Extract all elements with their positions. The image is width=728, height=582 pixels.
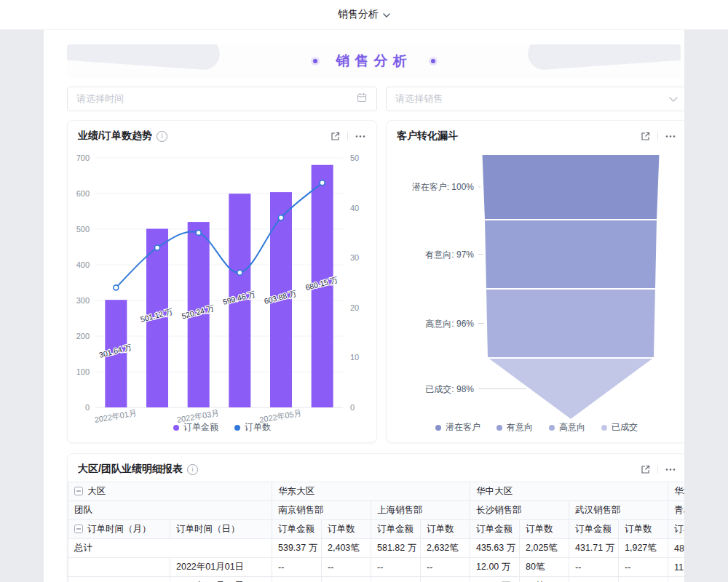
day-cell: 2022年01月02日 (170, 577, 272, 582)
divider (347, 132, 348, 140)
line-point[interactable] (196, 230, 201, 235)
data-cell: 22.05 万 (470, 577, 520, 582)
y-left-tick: 100 (76, 367, 90, 376)
data-cell: -- (272, 577, 322, 582)
region-header-cell: 华中大区 (470, 482, 668, 501)
funnel-segment[interactable] (482, 154, 660, 220)
chevron-down-icon (669, 92, 678, 105)
funnel-segment[interactable] (484, 220, 657, 289)
line-point[interactable] (114, 285, 119, 290)
data-cell: 12.00 万 (470, 558, 520, 577)
corner-team-cell: 团队 (68, 501, 272, 520)
export-icon[interactable] (640, 131, 651, 142)
data-cell: -- (322, 577, 371, 582)
funnel-stage-label: 已成交: 98% (425, 384, 474, 394)
calendar-icon (356, 92, 368, 106)
report-card-title: 大区/团队业绩明细报表 (78, 463, 183, 476)
legend-label: 高意向 (559, 421, 585, 434)
data-cell: -- (619, 577, 668, 582)
trend-combo-chart: 010020030040050060070001020304050301.64 … (68, 147, 378, 425)
funnel-card-title: 客户转化漏斗 (397, 129, 458, 143)
pivot-table: 大区华东大区华中大区华北大区团队南京销售部上海销售部长沙销售部武汉销售部青岛销售… (68, 482, 684, 582)
sales-filter-select[interactable]: 请选择销售 (386, 87, 684, 111)
metric-header-cell: 订单金额 (272, 520, 322, 539)
legend-item[interactable]: 订单金额 (173, 421, 218, 434)
collapse-icon[interactable] (74, 487, 83, 495)
legend-item[interactable]: 高意向 (549, 421, 585, 434)
legend-label: 有意向 (507, 421, 533, 434)
funnel-segment[interactable] (486, 289, 656, 358)
legend-item[interactable]: 有意向 (496, 421, 533, 434)
trend-card-header: 业绩/订单数趋势 i (68, 121, 376, 144)
more-icon[interactable] (355, 131, 366, 142)
data-cell: 80笔 (520, 558, 569, 577)
team-header-cell: 青岛销售部 (668, 501, 685, 520)
time-filter-input[interactable]: 请选择时间 (67, 87, 377, 111)
banner-dot-left (313, 59, 317, 63)
region-header-cell: 华北大区 (668, 482, 685, 501)
month-header-cell: 订单时间（月） (68, 520, 170, 539)
info-icon[interactable]: i (157, 131, 167, 142)
metric-header-cell: 订单金额 (470, 520, 520, 539)
chevron-down-icon (383, 9, 390, 20)
y-left-tick: 600 (76, 189, 90, 198)
more-icon[interactable] (665, 464, 676, 475)
data-cell: -- (569, 558, 619, 577)
time-filter-placeholder: 请选择时间 (76, 92, 124, 105)
data-cell: 90笔 (520, 577, 569, 582)
legend-item[interactable]: 潜在客户 (435, 421, 480, 434)
legend-dot (435, 425, 441, 431)
legend-dot (496, 425, 502, 431)
data-cell: -- (272, 558, 322, 577)
info-icon[interactable]: i (187, 464, 198, 475)
more-icon[interactable] (665, 131, 676, 142)
legend-item[interactable]: 已成交 (601, 421, 638, 434)
report-table: 大区华东大区华中大区华北大区团队南京销售部上海销售部长沙销售部武汉销售部青岛销售… (68, 482, 684, 582)
data-cell: 1,927笔 (619, 539, 668, 558)
trend-legend: 订单金额订单数 (68, 421, 376, 434)
data-cell: 431.71 万 (569, 539, 619, 558)
line-point[interactable] (320, 180, 325, 186)
y-left-tick: 0 (85, 403, 90, 412)
data-cell: 435.63 万 (470, 539, 520, 558)
export-icon[interactable] (640, 464, 651, 475)
trend-card-title: 业绩/订单数趋势 (78, 129, 152, 143)
legend-label: 潜在客户 (446, 421, 480, 434)
export-icon[interactable] (330, 131, 341, 142)
report-card: 大区/团队业绩明细报表 i 大区华东大区华中大区华北大区团队南京销售部上海销售部… (67, 453, 684, 582)
page-switcher-label: 销售分析 (338, 8, 379, 21)
line-point[interactable] (237, 270, 242, 275)
funnel-stage-label: 潜在客户: 100% (412, 182, 475, 192)
y-right-tick: 50 (350, 154, 359, 162)
month-cell (68, 558, 170, 577)
legend-label: 订单数 (245, 421, 271, 434)
day-cell: 2022年01月01日 (170, 558, 272, 577)
data-cell: 2,025笔 (520, 539, 569, 558)
sales-filter-placeholder: 请选择销售 (395, 92, 443, 105)
data-cell: -- (371, 558, 421, 577)
metric-header-cell: 订单金额 (668, 520, 685, 539)
data-cell (668, 577, 685, 582)
data-cell: 581.82 万 (371, 539, 421, 558)
funnel-stage-label: 高意向: 96% (425, 319, 474, 329)
metric-header-cell: 订单数 (520, 520, 569, 539)
collapse-icon[interactable] (74, 525, 83, 533)
data-cell: -- (421, 577, 470, 582)
team-header-cell: 长沙销售部 (470, 501, 569, 520)
y-right-tick: 20 (350, 303, 359, 312)
data-cell: -- (619, 558, 668, 577)
legend-item[interactable]: 订单数 (234, 421, 271, 434)
line-point[interactable] (279, 215, 284, 220)
month-cell (68, 577, 170, 582)
y-left-tick: 200 (76, 332, 90, 340)
legend-dot (549, 425, 555, 431)
corner-region-cell: 大区 (68, 482, 272, 501)
y-right-tick: 40 (350, 204, 359, 212)
total-label-cell: 总计 (68, 539, 272, 558)
dashboard-content: 销售分析 请选择时间 请选择销售 业绩/订单数趋势 i (44, 30, 684, 582)
page-switcher[interactable]: 销售分析 (338, 8, 390, 21)
metric-header-cell: 订单金额 (569, 520, 619, 539)
banner: 销售分析 (67, 44, 681, 78)
line-point[interactable] (155, 245, 160, 250)
y-left-tick: 400 (76, 260, 90, 269)
